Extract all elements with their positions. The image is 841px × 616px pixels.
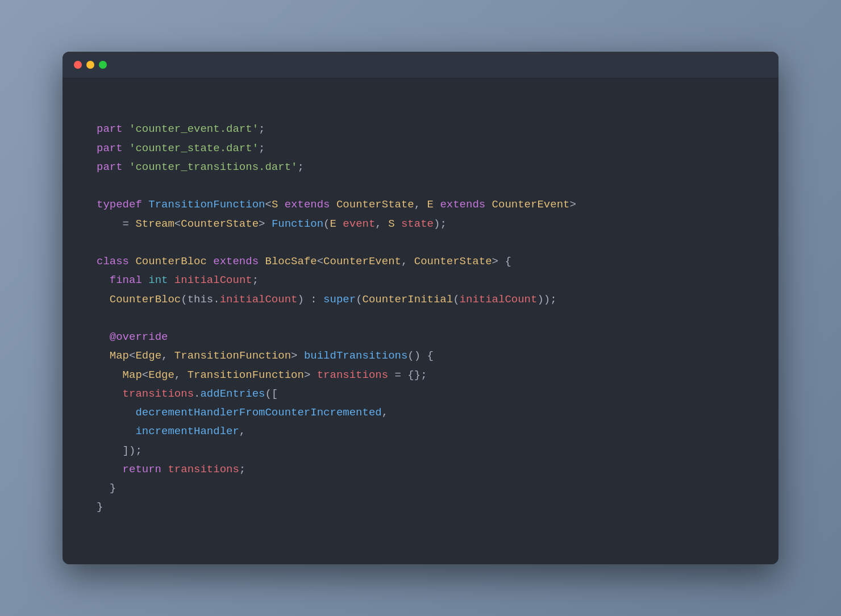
code-line: typedef TransitionFunction<S extends Cou… (97, 195, 744, 214)
code-line: part 'counter_transitions.dart'; (97, 158, 744, 177)
minimize-button[interactable] (86, 61, 94, 69)
code-line: incrementHandler, (97, 422, 744, 441)
code-line: = Stream<CounterState> Function(E event,… (97, 215, 744, 234)
code-line: class CounterBloc extends BlocSafe<Count… (97, 252, 744, 271)
code-line: } (97, 479, 744, 498)
blank-line (97, 101, 744, 120)
blank-line (97, 177, 744, 195)
code-editor: part 'counter_event.dart'; part 'counter… (63, 78, 778, 564)
code-line: return transitions; (97, 460, 744, 479)
blank-line (97, 234, 744, 252)
decrement-handler-line: decrementHandlerFromCounterIncremented, (97, 403, 744, 422)
code-line: Map<Edge, TransitionFunction> transition… (97, 366, 744, 385)
code-line: transitions.addEntries([ (97, 385, 744, 403)
titlebar (63, 52, 778, 78)
code-line: part 'counter_event.dart'; (97, 120, 744, 139)
code-line: Map<Edge, TransitionFunction> buildTrans… (97, 347, 744, 365)
code-line: part 'counter_state.dart'; (97, 139, 744, 158)
code-line: CounterBloc(this.initialCount) : super(C… (97, 290, 744, 309)
code-line: ]); (97, 442, 744, 460)
blank-line (97, 309, 744, 328)
code-line: @override (97, 328, 744, 347)
maximize-button[interactable] (99, 61, 107, 69)
code-line: } (97, 498, 744, 517)
blank-line (97, 517, 744, 536)
code-window: part 'counter_event.dart'; part 'counter… (63, 52, 778, 564)
code-line: final int initialCount; (97, 271, 744, 290)
close-button[interactable] (74, 61, 82, 69)
